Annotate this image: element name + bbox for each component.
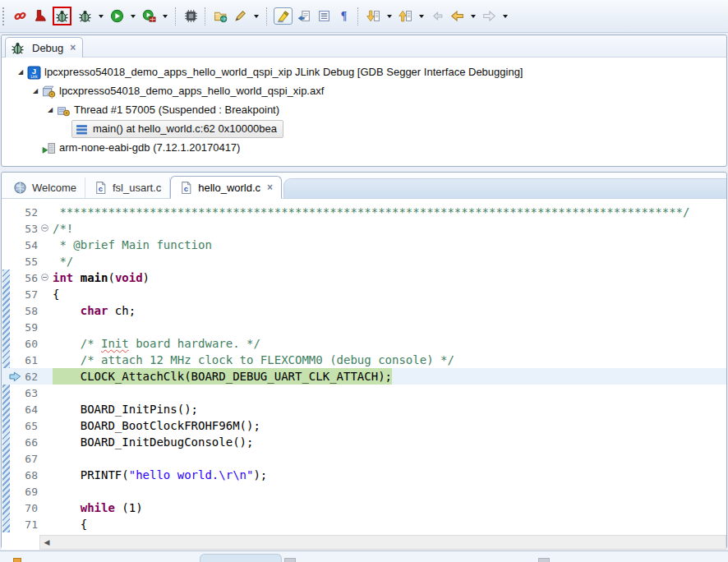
fold-collapse-icon[interactable]: [38, 269, 53, 286]
prev-annotation-button[interactable]: [396, 7, 414, 26]
line-number[interactable]: 59: [2, 321, 38, 334]
code-line-71[interactable]: 71 {: [2, 516, 726, 532]
code-line-67[interactable]: 67: [2, 450, 726, 467]
line-number[interactable]: 54: [2, 239, 38, 251]
tree-item-stack-frame-main[interactable]: main() at hello_world.c:62 0x10000bea: [2, 119, 726, 138]
editor-tab-hello-world-c[interactable]: chello_world.c×: [170, 176, 282, 199]
debug-view-tab[interactable]: Debug ×: [5, 37, 83, 58]
pen-button[interactable]: [231, 7, 249, 26]
outline-button[interactable]: [315, 7, 333, 26]
line-number[interactable]: 61: [2, 354, 38, 366]
code-line-64[interactable]: 64 BOARD_InitPins();: [2, 401, 726, 417]
svg-text:¶: ¶: [340, 10, 346, 22]
fold-gutter: [38, 368, 53, 385]
scroll-left-arrow-icon[interactable]: ◀: [40, 536, 53, 549]
tree-item-debug-thread[interactable]: ◢ Thread #1 57005 (Suspended : Breakpoin…: [2, 100, 726, 119]
chevron-down-icon[interactable]: [503, 15, 508, 18]
tree-item-debug-target-axf[interactable]: ◢ lpcxpresso54018_demo_apps_hello_world_…: [2, 81, 726, 100]
fold-collapse-icon[interactable]: [38, 220, 53, 237]
chevron-down-icon[interactable]: [387, 15, 392, 18]
line-number[interactable]: 66: [2, 436, 38, 449]
relaunch-button[interactable]: [140, 7, 158, 26]
chevron-down-icon[interactable]: [163, 15, 168, 18]
tree-item-debug-launch[interactable]: ◢ J Linklpcxpresso54018_demo_apps_hello_…: [2, 62, 726, 81]
code-line-65[interactable]: 65 BOARD_BootClockFROHF96M();: [2, 417, 726, 434]
expanded-twistie-icon[interactable]: ◢: [31, 87, 39, 94]
line-number[interactable]: 64: [2, 403, 38, 416]
boot-button[interactable]: [30, 7, 48, 26]
chain-link-button[interactable]: [11, 7, 29, 26]
code-editor[interactable]: 52 *************************************…: [2, 198, 726, 550]
link-with-editor-button[interactable]: [295, 7, 313, 26]
last-edit-button[interactable]: [448, 7, 466, 26]
mark-occurrences-button[interactable]: [273, 7, 293, 26]
line-number[interactable]: 71: [2, 518, 38, 531]
expanded-twistie-icon[interactable]: ◢: [46, 106, 54, 113]
code-text: {: [53, 516, 87, 532]
code-text: char ch;: [53, 302, 136, 319]
code-line-70[interactable]: 70 while (1): [2, 500, 726, 516]
chevron-down-icon[interactable]: [99, 15, 104, 18]
debug-bug-icon: [11, 41, 24, 54]
code-line-60[interactable]: 60 /* Init board hardware. */: [2, 335, 726, 352]
horizontal-scrollbar[interactable]: ◀: [2, 535, 726, 550]
editor-tab-fsl-usart-c[interactable]: cfsl_usart.c: [85, 177, 170, 198]
code-line-69[interactable]: 69: [2, 483, 726, 500]
line-number[interactable]: 68: [2, 469, 38, 481]
line-number[interactable]: 63: [2, 387, 38, 399]
debug-button[interactable]: [50, 7, 74, 26]
code-line-56[interactable]: 56int main(void): [2, 269, 726, 286]
code-line-68[interactable]: 68 PRINTF("hello world.\r\n");: [2, 467, 726, 483]
selected-stack-frame[interactable]: main() at hello_world.c:62 0x10000bea: [71, 120, 283, 138]
expanded-twistie-icon[interactable]: ◢: [16, 68, 25, 76]
line-number[interactable]: 65: [2, 420, 38, 432]
line-number[interactable]: 70: [2, 502, 38, 514]
code-line-66[interactable]: 66 BOARD_InitDebugConsole();: [2, 434, 726, 450]
line-number[interactable]: 56: [2, 272, 38, 284]
chip-button[interactable]: [182, 7, 200, 26]
line-number[interactable]: 67: [2, 453, 38, 465]
debug-as-button[interactable]: [76, 7, 94, 26]
close-icon[interactable]: ×: [70, 42, 76, 53]
line-number[interactable]: 69: [2, 486, 38, 498]
chevron-down-icon[interactable]: [471, 15, 476, 18]
fold-gutter: [38, 450, 53, 467]
code-line-63[interactable]: 63: [2, 385, 726, 401]
code-line-55[interactable]: 55 */: [2, 253, 726, 269]
line-number[interactable]: 58: [2, 305, 38, 317]
code-line-58[interactable]: 58 char ch;: [2, 302, 726, 319]
editor-tab-welcome[interactable]: Welcome: [5, 177, 85, 198]
toolbar-separator: [266, 7, 268, 25]
code-line-62[interactable]: 62 CLOCK_AttachClk(BOARD_DEBUG_UART_CLK_…: [2, 368, 726, 385]
bottom-panel-tab-fragment[interactable]: [200, 554, 282, 562]
chevron-down-icon[interactable]: [131, 15, 136, 18]
welcome-globe-icon: [13, 181, 27, 195]
code-area[interactable]: 52 *************************************…: [2, 199, 726, 532]
chevron-down-icon[interactable]: [254, 15, 259, 18]
code-line-52[interactable]: 52 *************************************…: [2, 204, 726, 220]
tree-item-gdb-process[interactable]: arm-none-eabi-gdb (7.12.1.20170417): [2, 138, 726, 157]
show-whitespace-button[interactable]: ¶: [334, 7, 352, 26]
chevron-down-icon[interactable]: [419, 15, 424, 18]
line-number[interactable]: 53: [2, 223, 38, 235]
fold-gutter: [38, 335, 53, 352]
run-button[interactable]: [108, 7, 126, 26]
close-icon[interactable]: ×: [267, 182, 273, 193]
code-line-53[interactable]: 53/*!: [2, 220, 726, 237]
line-number[interactable]: 60: [2, 338, 38, 350]
next-annotation-button[interactable]: [364, 7, 382, 26]
code-line-57[interactable]: 57{: [2, 286, 726, 302]
code-line-54[interactable]: 54 * @brief Main function: [2, 237, 726, 253]
line-number[interactable]: 52: [2, 206, 38, 219]
line-number[interactable]: 55: [2, 256, 38, 268]
back-icon: [450, 9, 464, 23]
scrollbar-track[interactable]: ◀: [39, 535, 726, 550]
code-line-61[interactable]: 61 /* attach 12 MHz clock to FLEXCOMM0 (…: [2, 352, 726, 368]
line-number[interactable]: 57: [2, 288, 38, 301]
editor-tabbar: Welcome cfsl_usart.c chello_world.c×: [2, 173, 726, 198]
open-folder-button[interactable]: [211, 7, 229, 26]
code-line-59[interactable]: 59: [2, 319, 726, 335]
code-text: /*!: [53, 220, 73, 237]
annotation-red-box: [53, 7, 71, 25]
fold-gutter: [38, 401, 53, 417]
